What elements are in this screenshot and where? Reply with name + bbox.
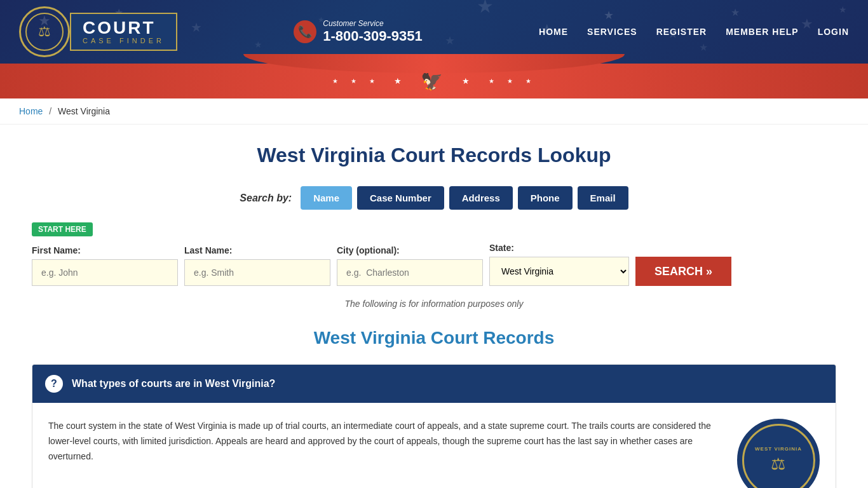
star-right-3: ★ [507,78,518,85]
wave-top [243,54,625,73]
logo-court-text: COURT [83,19,165,37]
state-group: State: West Virginia Alabama Alaska Ariz… [489,243,629,286]
nav-login[interactable]: LOGIN [818,27,849,37]
wv-seal-content: WEST VIRGINIA ⚖ [755,446,802,474]
search-button[interactable]: SEARCH » [635,257,731,286]
wave-banner: ★ ★ ★ ★ 🦅 ★ ★ ★ ★ [0,64,868,98]
search-section: Search by: Name Case Number Address Phon… [32,186,836,286]
search-by-label: Search by: [240,193,292,204]
search-form: First Name: Last Name: City (optional): … [32,243,836,286]
start-here-badge: START HERE [32,222,836,243]
logo: ⚖ COURT CASE FINDER [19,6,177,57]
city-label: City (optional): [337,245,483,255]
tab-phone[interactable]: Phone [518,186,573,210]
info-note: The following is for information purpose… [32,299,836,309]
main-content: West Virginia Court Records Lookup Searc… [0,125,868,488]
breadcrumb-separator: / [49,106,51,116]
star-left-4: ★ [394,76,407,86]
city-group: City (optional): [337,245,483,286]
nav-home[interactable]: HOME [539,27,568,37]
phone-text: Customer Service 1-800-309-9351 [323,19,423,44]
breadcrumb-home[interactable]: Home [19,106,43,116]
start-here-text: START HERE [32,222,93,236]
last-name-input[interactable] [184,259,330,286]
nav-register[interactable]: REGISTER [656,27,707,37]
accordion-header[interactable]: ? What types of courts are in West Virgi… [32,365,836,403]
eagle-icon: 🦅 [421,71,448,92]
logo-circle: ⚖ [19,6,70,57]
star-left-2: ★ [351,78,362,85]
tab-name[interactable]: Name [301,186,352,210]
first-name-input[interactable] [32,259,178,286]
phone-number: 1-800-309-9351 [323,28,423,44]
last-name-label: Last Name: [184,245,330,255]
star-left-1: ★ [332,78,343,85]
wv-seal: WEST VIRGINIA ⚖ [737,419,820,488]
seal-top-text: WEST VIRGINIA [755,446,802,452]
main-nav: HOME SERVICES REGISTER MEMBER HELP LOGIN [539,27,849,37]
logo-inner-icon: ⚖ [25,13,64,51]
state-select[interactable]: West Virginia Alabama Alaska Arizona Ark… [489,257,629,286]
city-input[interactable] [337,259,483,286]
logo-text: COURT CASE FINDER [70,13,177,51]
first-name-group: First Name: [32,245,178,286]
star-right-1: ★ [462,76,475,86]
nav-services[interactable]: SERVICES [587,27,637,37]
phone-label: Customer Service [323,19,423,28]
search-by-row: Search by: Name Case Number Address Phon… [32,186,836,210]
star-right-4: ★ [526,78,536,85]
accordion-body: The court system in the state of West Vi… [32,403,836,488]
eagle-area: ★ ★ ★ ★ 🦅 ★ ★ ★ ★ [332,71,536,92]
phone-icon: 📞 [294,20,316,43]
nav-member-help[interactable]: MEMBER HELP [726,27,798,37]
logo-sub-text: CASE FINDER [83,37,165,44]
tab-address[interactable]: Address [449,186,513,210]
star-right-2: ★ [489,78,499,85]
accordion: ? What types of courts are in West Virgi… [32,364,836,488]
star-left-3: ★ [369,78,380,85]
last-name-group: Last Name: [184,245,330,286]
page-title: West Virginia Court Records Lookup [32,144,836,167]
seal-balance-icon: ⚖ [755,454,802,474]
wv-seal-inner: WEST VIRGINIA ⚖ [742,424,815,489]
phone-area: 📞 Customer Service 1-800-309-9351 [294,19,423,44]
state-label: State: [489,243,629,253]
section-title: West Virginia Court Records [32,328,836,348]
breadcrumb-current: West Virginia [58,106,110,116]
accordion-title: What types of courts are in West Virgini… [72,378,275,390]
tab-email[interactable]: Email [578,186,628,210]
accordion-text: The court system in the state of West Vi… [48,419,718,464]
tab-case-number[interactable]: Case Number [357,186,444,210]
accordion-question-icon: ? [45,375,63,393]
first-name-label: First Name: [32,245,178,255]
wv-seal-circle: WEST VIRGINIA ⚖ [737,419,820,488]
breadcrumb: Home / West Virginia [0,98,868,125]
